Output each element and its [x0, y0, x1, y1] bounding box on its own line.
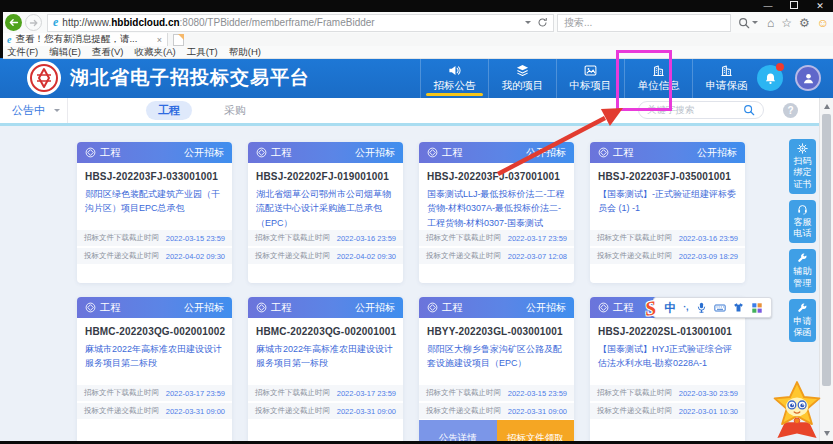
new-tab-button[interactable]	[173, 34, 184, 46]
card-badge: 公开招标	[184, 146, 224, 160]
search-icon[interactable]	[743, 104, 755, 116]
side-button[interactable]: 客服电话	[789, 200, 816, 244]
project-code: HBSJ-202203FJ-035001001	[590, 163, 745, 182]
ime-language-toggle[interactable]: 中	[664, 302, 676, 314]
card-badge: 公开招标	[355, 301, 395, 315]
refresh-icon[interactable]	[537, 17, 548, 28]
nav-item[interactable]: 我的项目	[488, 58, 556, 98]
project-title-link[interactable]: 麻城市2022年高标准农田建设设计服务项目第二标段	[77, 337, 232, 371]
announcement-card[interactable]: 工程 公开招标 HBYY-202203GL-003001001 郧阳区大柳乡鲁家…	[419, 297, 574, 441]
announcement-card[interactable]: 工程 公开招标 HBMC-202203QG-002001002 麻城市2022年…	[77, 297, 232, 441]
side-button[interactable]: 申请保函	[789, 299, 816, 343]
close-button[interactable]: ✕	[807, 0, 833, 12]
scrollbar-thumb[interactable]	[822, 114, 831, 386]
scroll-up-button[interactable]	[820, 99, 833, 113]
project-title-link[interactable]: 麻城市2022年高标准农田建设设计服务项目第一标段	[248, 337, 403, 371]
tab-close-icon[interactable]: ×	[157, 35, 162, 45]
minimize-button[interactable]: —	[755, 0, 781, 12]
deadline-label: 招标文件下载截止时间	[597, 233, 672, 243]
document-receive-button[interactable]: 招标文件领取	[497, 420, 575, 441]
announcement-card[interactable]: 工程 公开招标 HBSJ-202202SL-013001001 【国泰测试】HY…	[590, 297, 745, 441]
side-button-group: 扫码绑定证书 客服电话 辅助管理 申请保函	[789, 139, 816, 342]
card-tag-label: 工程	[100, 146, 121, 160]
project-code: HBMC-202203QG-002001001	[248, 318, 403, 337]
side-button[interactable]: 扫码绑定证书	[789, 139, 816, 194]
project-title-link[interactable]: 【国泰测试】HYJ正式验证综合评估法水利水电-勘察0228A-1	[590, 337, 745, 371]
address-bar[interactable]: e http://www.hbbidcloud.cn:8080/TPBidder…	[47, 14, 554, 32]
project-title-link[interactable]: 国泰测试LLJ-最低投标价法二-工程货物-材料0307A-最低投标价法二-工程货…	[419, 182, 574, 230]
toolbox-icon[interactable]	[751, 302, 763, 314]
divider	[0, 123, 833, 126]
maximize-button[interactable]	[781, 0, 807, 12]
deadline-value: 2022-03-16 23:59	[679, 234, 738, 243]
project-title-link[interactable]: 郧阳区绿色装配式建筑产业园（干沟片区）项目EPC总承包	[77, 182, 232, 216]
nav-item[interactable]: 招标公告	[420, 58, 488, 98]
help-button[interactable]: ?	[783, 103, 798, 118]
forward-button[interactable]	[25, 14, 42, 31]
menu-item[interactable]: 文件(F)	[7, 46, 38, 59]
star-mascot[interactable]	[769, 380, 825, 444]
project-title-link[interactable]: 郧阳区大柳乡鲁家沟矿区公路及配套设施建设项目（EPC）	[419, 337, 574, 371]
url-dropdown-icon[interactable]	[525, 21, 531, 27]
download-deadline-row: 招标文件下载截止时间 2022-03-15 23:59	[77, 230, 232, 246]
notification-bell-button[interactable]	[757, 65, 783, 91]
ime-punctuation-toggle[interactable]: ·,	[683, 303, 689, 312]
category-tab[interactable]: 工程	[146, 101, 192, 120]
window-border	[0, 0, 3, 58]
wrench-icon	[797, 253, 808, 264]
browser-search-input[interactable]: 搜索...	[557, 14, 731, 32]
browser-search-button[interactable]	[738, 17, 758, 29]
announcement-detail-button[interactable]: 公告详情	[419, 420, 497, 441]
card-header: 工程 公开招标	[419, 142, 574, 163]
project-title-link[interactable]: 【国泰测试】-正式验证组建评标委员会 (1) -1	[590, 182, 745, 216]
home-icon[interactable]: ⌂	[767, 17, 774, 29]
announcement-card[interactable]: 工程 公开招标 HBSJ-202203FJ-035001001 【国泰测试】-正…	[590, 142, 745, 283]
card-badge: 公开招标	[526, 146, 566, 160]
announcement-card[interactable]: 工程 公开招标 HBSJ-202203FJ-037001001 国泰测试LLJ-…	[419, 142, 574, 283]
nav-item[interactable]: 中标项目	[556, 58, 624, 98]
user-avatar-button[interactable]	[795, 65, 821, 91]
submit-deadline-row: 投标文件递交截止时间 2022-03-01 10:30	[590, 403, 745, 419]
card-tag-label: 工程	[613, 301, 634, 315]
menu-item[interactable]: 编辑(E)	[49, 46, 81, 59]
download-deadline-row: 招标文件下载截止时间 2022-03-15 23:59	[419, 385, 574, 401]
card-badge: 公开招标	[355, 146, 395, 160]
announcement-card[interactable]: 工程 公开招标 HBMC-202203QG-002001001 麻城市2022年…	[248, 297, 403, 441]
card-header: 工程 公开招标	[248, 297, 403, 318]
feedback-icon[interactable]: ☺	[817, 17, 829, 29]
menu-item[interactable]: 查看(V)	[92, 46, 124, 59]
project-title-link[interactable]: 湖北省烟草公司鄂州市公司烟草物流配送中心设计采购施工总承包（EPC）	[248, 182, 403, 230]
project-code: HBSJ-202202SL-013001001	[590, 318, 745, 337]
menu-item[interactable]: 工具(T)	[187, 46, 218, 59]
browser-tab[interactable]: e 查看！您有新消息提醒，请... ×	[3, 33, 168, 46]
nav-item[interactable]: 申请保函	[692, 58, 760, 98]
menu-item[interactable]: 帮助(H)	[229, 46, 261, 59]
shirt-icon[interactable]	[733, 302, 744, 313]
card-tag-label: 工程	[271, 146, 292, 160]
wrench-icon	[797, 303, 808, 314]
card-tag-label: 工程	[613, 146, 634, 160]
bell-icon	[764, 72, 777, 85]
browser-tab-row: e 查看！您有新消息提醒，请... ×	[3, 33, 833, 46]
chevron-down-icon	[54, 109, 60, 115]
platform-logo	[27, 61, 61, 95]
card-tag-label: 工程	[442, 146, 463, 160]
favorites-icon[interactable]: ☆	[781, 17, 792, 29]
compass-icon	[427, 147, 438, 158]
category-tab[interactable]: 采购	[212, 101, 258, 120]
url-text: http://www.hbbidcloud.cn:8080/TPBidder/m…	[62, 17, 374, 28]
menu-item[interactable]: 收藏夹(A)	[134, 46, 175, 59]
status-dropdown[interactable]: 公告中	[0, 98, 68, 123]
compass-icon	[598, 302, 609, 313]
side-button[interactable]: 辅助管理	[789, 249, 816, 293]
mic-icon[interactable]	[696, 302, 707, 313]
card-header: 工程 公开招标	[590, 142, 745, 163]
speaker-icon	[448, 64, 461, 77]
announcement-card[interactable]: 工程 公开招标 HBSJ-202203FJ-033001001 郧阳区绿色装配式…	[77, 142, 232, 283]
deadline-label: 投标文件递交截止时间	[84, 251, 159, 261]
settings-icon[interactable]: ⚙	[799, 17, 810, 29]
keyboard-icon[interactable]	[714, 302, 726, 314]
announcement-card[interactable]: 工程 公开招标 HBSJ-202202FJ-019001001 湖北省烟草公司鄂…	[248, 142, 403, 283]
back-button[interactable]	[5, 14, 22, 31]
deadline-value: 2022-03-01 10:30	[679, 407, 738, 416]
